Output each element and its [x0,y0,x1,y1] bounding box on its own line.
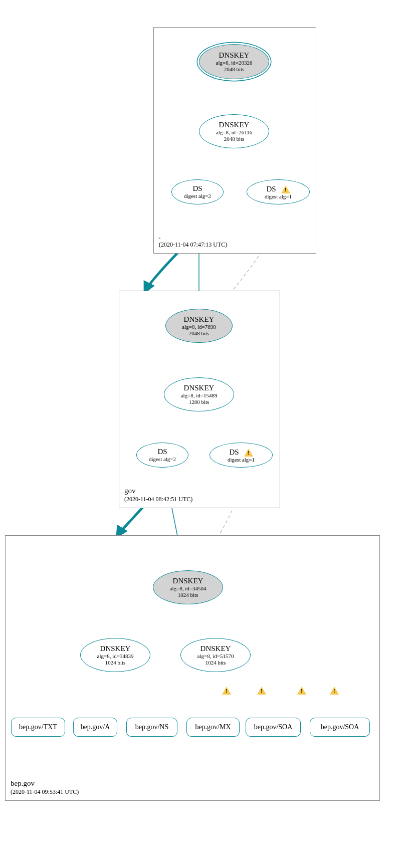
root-ds-alg2: DS digest alg=2 [171,179,224,204]
bep-zsk2-dnskey: DNSKEY alg=8, id=51570 1024 bits [180,638,251,672]
bep-ksk-dnskey: DNSKEY alg=8, id=34504 1024 bits [153,570,223,604]
gov-ksk-dnskey: DNSKEY alg=8, id=7698 2048 bits [165,309,233,343]
zone-root-timestamp: (2020-11-04 07:47:13 UTC) [159,241,227,249]
rr-bep-mx: bep.gov/MX [186,718,240,737]
zone-gov-name: gov [124,486,192,496]
zone-root-name: . [159,232,227,242]
root-zsk-dnskey: DNSKEY alg=8, id=26116 2048 bits [199,114,269,148]
warning-icon [244,449,253,457]
warning-icon [281,185,290,193]
root-ksk-dnskey: DNSKEY alg=8, id=20326 2048 bits [199,44,269,79]
warning-icon [330,687,339,695]
zone-bep-name: bep.gov [11,779,79,789]
gov-ds-alg1: DS digest alg=1 [210,443,273,468]
rr-bep-soa-2: bep.gov/SOA [310,718,370,737]
root-ds-alg1: DS digest alg=1 [247,179,310,204]
rr-bep-a: bep.gov/A [73,718,117,737]
gov-zsk-dnskey: DNSKEY alg=8, id=15489 1280 bits [164,377,234,411]
warning-icon [297,687,306,695]
zone-bep-timestamp: (2020-11-04 09:53:41 UTC) [11,788,79,796]
rr-bep-txt: bep.gov/TXT [11,718,65,737]
zone-gov-timestamp: (2020-11-04 08:42:51 UTC) [124,496,192,504]
warning-icon [257,687,266,695]
rr-bep-ns: bep.gov/NS [126,718,177,737]
rr-bep-soa-1: bep.gov/SOA [246,718,301,737]
gov-ds-alg2: DS digest alg=2 [136,443,188,468]
warning-icon [222,687,231,695]
bep-zsk1-dnskey: DNSKEY alg=8, id=34839 1024 bits [80,638,150,672]
